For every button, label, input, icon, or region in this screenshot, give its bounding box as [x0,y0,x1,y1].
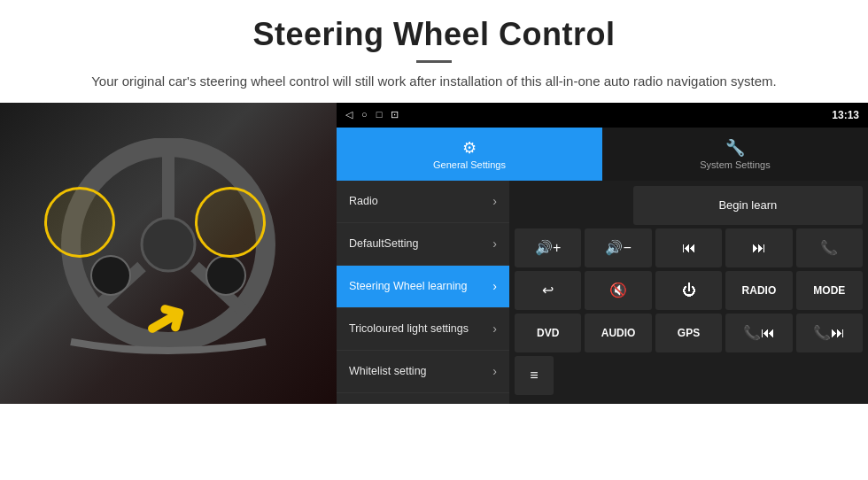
svg-point-6 [206,256,245,295]
prev-icon: ⏮ [682,240,696,256]
system-settings-icon: 🔧 [725,138,745,158]
hamburger-icon: ≡ [530,368,538,383]
tab-system-settings[interactable]: 🔧 System Settings [602,128,868,181]
content-area: ➜ ◁ ○ □ ⊡ 13:13 ⚙ General Settings 🔧 Sys… [0,103,868,422]
vol-up-button[interactable]: 🔊+ [515,228,581,267]
chevron-icon: › [492,279,497,293]
recents-nav-icon[interactable]: □ [376,109,383,120]
mute-icon: 🔇 [609,282,627,298]
right-highlight-circle [195,187,266,258]
chevron-icon: › [492,194,497,208]
tab-system-label: System Settings [700,159,770,170]
menu-item-radio[interactable]: Radio › [337,181,509,223]
audio-button[interactable]: AUDIO [585,314,651,352]
menu-default-label: DefaultSetting [349,237,419,251]
call-prev-button[interactable]: 📞⏮ [725,314,792,352]
prev-track-button[interactable]: ⏮ [655,228,722,267]
call-prev-icon: 📞⏮ [743,324,775,341]
mute-button[interactable]: 🔇 [585,271,651,310]
header-section: Steering Wheel Control Your original car… [0,0,868,103]
back-button[interactable]: ↩ [515,271,581,310]
mode-button[interactable]: MODE [796,271,863,310]
menu-whitelist-label: Whitelist setting [349,365,427,378]
call-next-icon: 📞⏭ [813,324,845,341]
status-time: 13:13 [832,109,859,121]
menu-item-tricoloured[interactable]: Tricoloured light settings › [337,308,509,351]
gps-button[interactable]: GPS [655,314,722,352]
dvd-button[interactable]: DVD [515,314,581,352]
controls-row-4: ≡ [515,356,863,395]
vol-up-icon: 🔊+ [535,239,561,256]
begin-learn-row: Begin learn [515,186,863,225]
vol-down-button[interactable]: 🔊− [585,228,651,267]
controls-row-2: ↩ 🔇 ⏻ RADIO MODE [515,271,863,310]
left-highlight-circle [44,187,115,258]
subtitle-text: Your original car's steering wheel contr… [53,72,815,92]
tab-general-settings[interactable]: ⚙ General Settings [337,128,602,181]
begin-learn-button[interactable]: Begin learn [633,186,863,225]
back-nav-icon[interactable]: ◁ [345,109,353,120]
power-icon: ⏻ [682,283,696,298]
svg-point-5 [91,256,130,295]
svg-point-1 [142,218,195,271]
car-image: ➜ [0,103,337,404]
controls-row-3: DVD AUDIO GPS 📞⏮ 📞⏭ [515,314,863,352]
chevron-icon: › [492,236,497,251]
phone-icon: 📞 [820,239,838,256]
controls-panel: Begin learn 🔊+ 🔊− ⏮ ⏭ [509,181,868,404]
nav-icons: ◁ ○ □ ⊡ [345,109,399,120]
menu-steering-label: Steering Wheel learning [349,280,467,293]
menu-list: Radio › DefaultSetting › Steering Wheel … [337,181,509,404]
next-track-button[interactable]: ⏭ [725,228,792,267]
ui-main: Radio › DefaultSetting › Steering Wheel … [337,181,868,404]
vol-down-icon: 🔊− [605,239,631,256]
menu-radio-label: Radio [349,195,378,208]
tab-bar: ⚙ General Settings 🔧 System Settings [337,128,868,181]
menu-item-steering-wheel[interactable]: Steering Wheel learning › [337,266,509,308]
chevron-icon: › [492,321,497,336]
call-button[interactable]: 📞 [796,228,863,267]
chevron-icon: › [492,364,497,378]
status-bar: ◁ ○ □ ⊡ 13:13 [337,103,868,128]
title-divider [416,60,452,63]
radio-button[interactable]: RADIO [725,271,792,310]
menu-item-whitelist[interactable]: Whitelist setting › [337,351,509,393]
back-icon: ↩ [542,282,554,298]
general-settings-icon: ⚙ [462,138,477,158]
power-button[interactable]: ⏻ [655,271,722,310]
screen-icon[interactable]: ⊡ [391,109,399,120]
menu-icon-button[interactable]: ≡ [515,356,554,395]
home-nav-icon[interactable]: ○ [361,109,368,120]
android-ui: ◁ ○ □ ⊡ 13:13 ⚙ General Settings 🔧 Syste… [337,103,868,404]
menu-tricoloured-label: Tricoloured light settings [349,322,469,336]
tab-general-label: General Settings [433,159,506,170]
page-title: Steering Wheel Control [53,16,815,53]
controls-row-1: 🔊+ 🔊− ⏮ ⏭ 📞 [515,228,863,267]
menu-item-defaultsetting[interactable]: DefaultSetting › [337,223,509,266]
call-next-button[interactable]: 📞⏭ [796,314,863,352]
next-icon: ⏭ [752,240,766,256]
empty-slot-1 [515,186,630,225]
